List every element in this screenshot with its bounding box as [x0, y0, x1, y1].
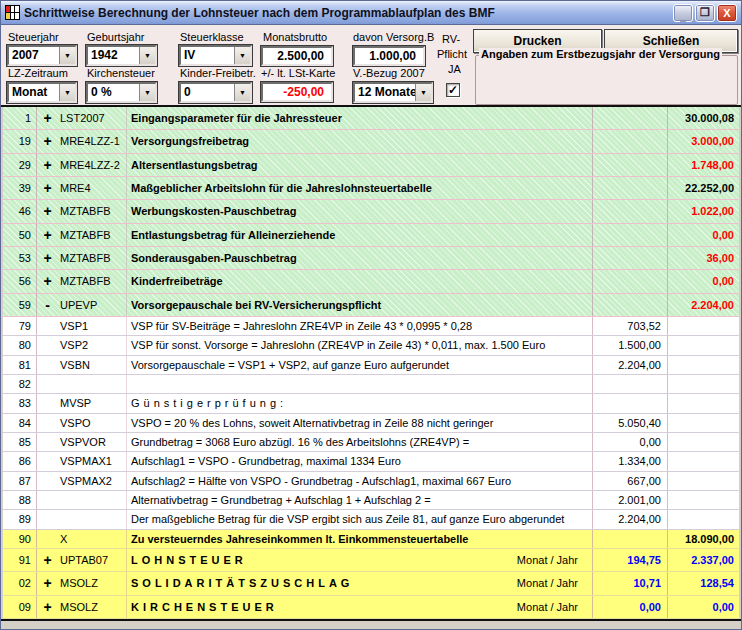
table-row[interactable]: 1+LST2007Eingangsparameter für die Jahre…: [3, 107, 739, 130]
expand-toggle-icon[interactable]: +: [37, 200, 58, 222]
row-value-month: [593, 270, 668, 292]
table-row[interactable]: 89Der maßgebliche Betrag für die VSP erg…: [3, 510, 739, 529]
chevron-down-icon[interactable]: ▼: [234, 84, 250, 101]
table-row[interactable]: 91+UPTAB07LOHNSTEUERMonat / Jahr194,752.…: [3, 549, 739, 572]
table-row[interactable]: 86VSPMAX1Aufschlag1 = VSPO - Grundbetrag…: [3, 452, 739, 471]
row-code: MRE4LZZ-2: [58, 154, 127, 176]
expand-toggle-icon[interactable]: +: [37, 270, 58, 292]
table-row[interactable]: 81VSBNVorsorgepauschale = VSP1 + VSP2, a…: [3, 356, 739, 375]
monatsbrutto-field[interactable]: 2.500,00: [261, 46, 333, 66]
row-value-month: [593, 375, 668, 393]
rv-pflicht-label-3: JA: [448, 63, 461, 75]
table-row[interactable]: 87VSPMAX2Aufschlag2 = Hälfte von VSPO - …: [3, 472, 739, 491]
minimize-button[interactable]: _: [673, 4, 693, 22]
row-code: VSPMAX1: [58, 452, 127, 470]
expand-toggle-icon[interactable]: +: [37, 596, 58, 618]
steuerjahr-dropdown[interactable]: 2007 ▼: [7, 45, 77, 66]
row-code: X: [58, 530, 127, 548]
row-value-month: 5.050,40: [593, 414, 668, 432]
table-row[interactable]: 19+MRE4LZZ-1Versorgungsfreibetrag3.000,0…: [3, 130, 739, 153]
table-row[interactable]: 83MVSPGünstigerprüfung:: [3, 394, 739, 413]
expand-toggle-icon[interactable]: +: [37, 572, 58, 594]
geburtsjahr-dropdown[interactable]: 1942 ▼: [86, 45, 157, 66]
expand-toggle-icon: [37, 452, 58, 470]
row-value-month: [593, 530, 668, 548]
kirchensteuer-dropdown[interactable]: 0 % ▼: [86, 82, 157, 103]
expand-toggle-icon[interactable]: -: [37, 294, 58, 316]
kinder-freibetr-dropdown[interactable]: 0 ▼: [179, 82, 252, 103]
row-code: VSPO: [58, 414, 127, 432]
table-row[interactable]: 56+MZTABFBKinderfreibeträge0,00: [3, 270, 739, 293]
table-row[interactable]: 09+MSOLZKIRCHENSTEUERMonat / Jahr0,000,0…: [3, 596, 739, 619]
lst-karte-label: +/- lt. LSt-Karte: [261, 67, 335, 79]
row-code: VSPMAX2: [58, 472, 127, 490]
row-value-year: 36,00: [668, 247, 739, 269]
chevron-down-icon[interactable]: ▼: [415, 84, 431, 101]
chevron-down-icon[interactable]: ▼: [139, 47, 155, 64]
expand-toggle-icon[interactable]: +: [37, 130, 58, 152]
row-value-month: [593, 294, 668, 316]
table-row[interactable]: 82: [3, 375, 739, 394]
expand-toggle-icon[interactable]: +: [37, 549, 58, 571]
kinder-freibetr-label: Kinder-Freibetr.: [180, 67, 256, 79]
row-number: 39: [3, 177, 37, 199]
expand-toggle-icon[interactable]: +: [37, 154, 58, 176]
table-row[interactable]: 46+MZTABFBWerbungskosten-Pauschbetrag1.0…: [3, 200, 739, 223]
expand-toggle-icon[interactable]: +: [37, 224, 58, 246]
lz-zeitraum-dropdown[interactable]: Monat ▼: [7, 82, 77, 103]
row-number: 53: [3, 247, 37, 269]
expand-toggle-icon: [37, 510, 58, 528]
expand-toggle-icon[interactable]: +: [37, 247, 58, 269]
davon-versorg-field[interactable]: 1.000,00: [353, 46, 425, 66]
v-bezug-dropdown[interactable]: 12 Monate ▼: [353, 82, 433, 103]
row-code: MZTABFB: [58, 200, 127, 222]
davon-versorg-label: davon Versorg.B: [353, 31, 434, 43]
table-row[interactable]: 59-UPEVPVorsorgepauschale bei RV-Versich…: [3, 294, 739, 317]
chevron-down-icon[interactable]: ▼: [139, 84, 155, 101]
table-row[interactable]: 39+MRE4Maßgeblicher Arbeitslohn für die …: [3, 177, 739, 200]
row-value-year: [668, 317, 739, 335]
row-number: 91: [3, 549, 37, 571]
table-row[interactable]: 85VSPVORGrundbetrag = 3068 Euro abzügl. …: [3, 433, 739, 452]
expand-toggle-icon[interactable]: +: [37, 107, 58, 129]
row-description: SOLIDARITÄTSZUSCHLAGMonat / Jahr: [127, 572, 593, 594]
row-value-year: 128,54: [668, 572, 739, 594]
row-number: 02: [3, 572, 37, 594]
steuerklasse-dropdown[interactable]: IV ▼: [179, 45, 252, 66]
table-row[interactable]: 53+MZTABFBSonderausgaben-Pauschbetrag36,…: [3, 247, 739, 270]
table-row[interactable]: 50+MZTABFBEntlastungsbetrag für Alleiner…: [3, 224, 739, 247]
row-value-year: [668, 433, 739, 451]
chevron-down-icon[interactable]: ▼: [59, 47, 75, 64]
table-row[interactable]: 80VSP2VSP für sonst. Vorsorge = Jahreslo…: [3, 336, 739, 355]
table-row[interactable]: 79VSP1VSP für SV-Beiträge = Jahreslohn Z…: [3, 317, 739, 336]
table-row[interactable]: 84VSPOVSPO = 20 % des Lohns, soweit Alte…: [3, 414, 739, 433]
table-row[interactable]: 29+MRE4LZZ-2Altersentlastungsbetrag1.748…: [3, 154, 739, 177]
row-description: Aufschlag2 = Hälfte von VSPO - Grundbetr…: [127, 472, 593, 490]
maximize-button[interactable]: ❐: [695, 4, 715, 22]
chevron-down-icon[interactable]: ▼: [59, 84, 75, 101]
expand-toggle-icon[interactable]: +: [37, 177, 58, 199]
rv-pflicht-checkbox[interactable]: ✓: [446, 83, 460, 97]
chevron-down-icon[interactable]: ▼: [234, 47, 250, 64]
row-number: 80: [3, 336, 37, 354]
steuerklasse-label: Steuerklasse: [180, 31, 244, 43]
row-value-month: [593, 247, 668, 269]
title-bar: Schrittweise Berechnung der Lohnsteuer n…: [1, 1, 741, 25]
row-description: Kinderfreibeträge: [127, 270, 593, 292]
row-value-year: 18.090,00: [668, 530, 739, 548]
row-number: 46: [3, 200, 37, 222]
row-number: 89: [3, 510, 37, 528]
row-period-label: Monat / Jahr: [517, 577, 578, 589]
close-button[interactable]: X: [717, 4, 737, 22]
table-row[interactable]: 02+MSOLZSOLIDARITÄTSZUSCHLAGMonat / Jahr…: [3, 572, 739, 595]
row-description: Maßgeblicher Arbeitslohn für die Jahresl…: [127, 177, 593, 199]
row-value-year: [668, 394, 739, 412]
table-row[interactable]: 90XZu versteuerndes Jahreseinkommen lt. …: [3, 530, 739, 549]
row-description: Altersentlastungsbetrag: [127, 154, 593, 176]
expand-toggle-icon: [37, 356, 58, 374]
lst-karte-field[interactable]: -250,00: [261, 82, 333, 102]
row-number: 50: [3, 224, 37, 246]
rv-pflicht-label-1: RV-: [442, 33, 460, 45]
table-row[interactable]: 88Alternativbetrag = Grundbetrag + Aufsc…: [3, 491, 739, 510]
row-value-year: 2.337,00: [668, 549, 739, 571]
